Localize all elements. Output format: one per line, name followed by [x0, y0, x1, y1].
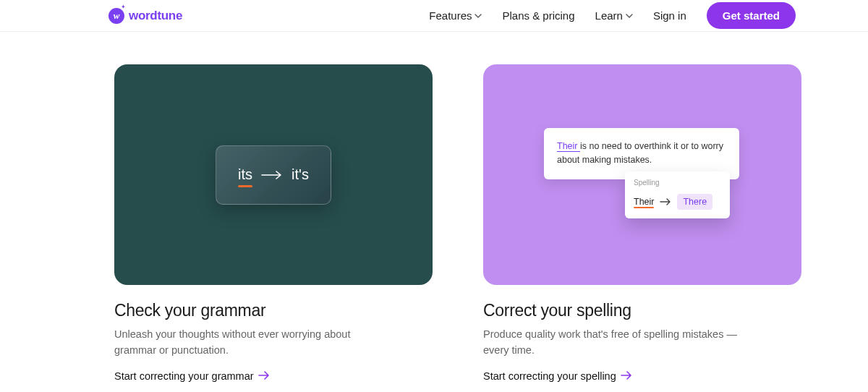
nav-features[interactable]: Features: [429, 9, 482, 22]
chevron-down-icon: [626, 14, 633, 18]
main-nav: Features Plans & pricing Learn Sign in G…: [429, 2, 796, 29]
spelling-desc: Produce quality work that's free of spel…: [483, 326, 758, 359]
grammar-title: Check your grammar: [114, 301, 433, 320]
spelling-title: Correct your spelling: [483, 301, 801, 320]
chevron-down-icon: [475, 14, 482, 18]
nav-plans[interactable]: Plans & pricing: [502, 9, 574, 22]
spelling-error-text: Their: [557, 141, 577, 151]
spelling-popup-label: Spelling: [634, 179, 721, 187]
grammar-link-label: Start correcting your grammar: [114, 370, 254, 382]
spelling-suggestion-row: Their There: [634, 194, 721, 210]
grammar-tile: its it's: [114, 64, 433, 285]
arrow-right-icon: [258, 370, 270, 382]
underline-icon: [238, 185, 252, 187]
arrow-right-icon: [261, 166, 283, 183]
grammar-desc: Unleash your thoughts without ever worry…: [114, 326, 389, 359]
spelling-error-word: Their: [557, 141, 580, 151]
nav-features-label: Features: [429, 9, 472, 22]
brand-name: wordtune: [129, 9, 182, 23]
brand[interactable]: wordtune: [109, 8, 182, 24]
arrow-right-icon: [660, 198, 671, 205]
spelling-right: There: [677, 194, 712, 210]
feature-cards: its it's Check your grammar Unleash your…: [0, 32, 868, 382]
site-header: wordtune Features Plans & pricing Learn …: [0, 0, 868, 32]
get-started-button[interactable]: Get started: [707, 2, 796, 29]
grammar-correction: its it's: [238, 166, 309, 183]
spelling-card: Their is no need to overthink it or to w…: [483, 64, 801, 382]
underline-icon: [634, 207, 654, 208]
nav-learn[interactable]: Learn: [595, 9, 633, 22]
grammar-chip: its it's: [216, 145, 331, 205]
grammar-from: its: [238, 166, 252, 183]
brand-logo-icon: [109, 8, 124, 24]
grammar-link[interactable]: Start correcting your grammar: [114, 370, 433, 382]
nav-signin[interactable]: Sign in: [653, 9, 686, 22]
nav-plans-label: Plans & pricing: [502, 9, 574, 22]
spelling-link-label: Start correcting your spelling: [483, 370, 616, 382]
arrow-right-icon: [621, 370, 632, 382]
spelling-illustration: Their is no need to overthink it or to w…: [544, 128, 739, 179]
nav-signin-label: Sign in: [653, 9, 686, 22]
grammar-card: its it's Check your grammar Unleash your…: [114, 64, 433, 382]
spelling-popup: Spelling Their There: [625, 171, 730, 218]
grammar-to: it's: [292, 166, 309, 183]
spelling-wrong-text: Their: [634, 197, 654, 207]
spelling-sentence-rest: is no need to overthink it or to worry a…: [557, 141, 723, 165]
spelling-link[interactable]: Start correcting your spelling: [483, 370, 801, 382]
nav-learn-label: Learn: [595, 9, 623, 22]
underline-icon: [557, 151, 580, 153]
spelling-wrong: Their: [634, 197, 654, 207]
grammar-from-text: its: [238, 166, 252, 182]
spelling-tile: Their is no need to overthink it or to w…: [483, 64, 801, 285]
